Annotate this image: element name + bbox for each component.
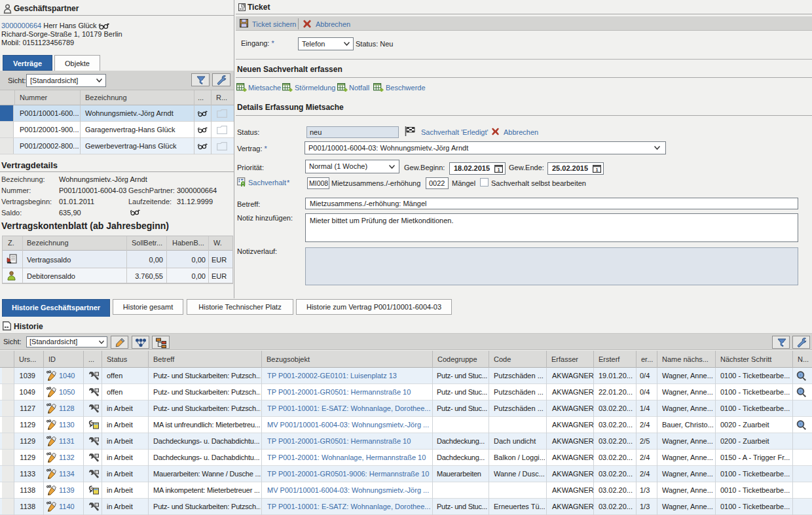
svg-text:1: 1 [497,167,500,173]
svg-text:1: 1 [595,167,598,173]
